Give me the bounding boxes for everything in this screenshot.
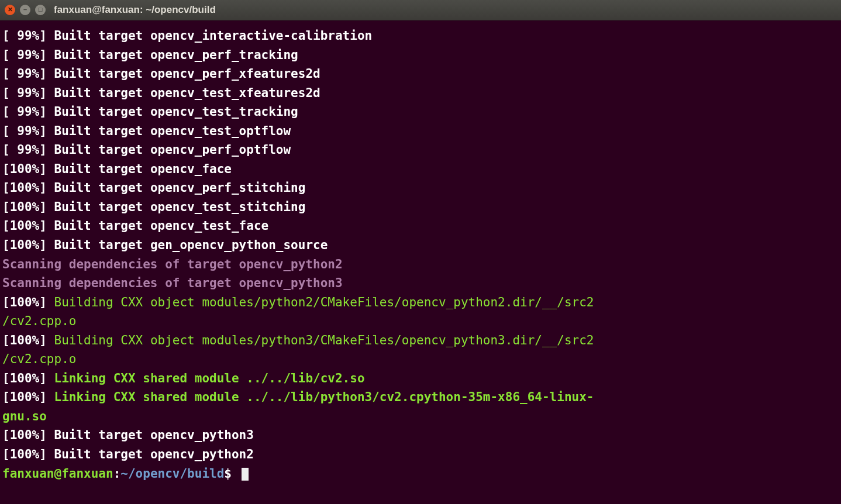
terminal-line: [100%] Built target opencv_python3 bbox=[2, 426, 839, 445]
terminal-line: [ 99%] Built target opencv_perf_xfeature… bbox=[2, 64, 839, 84]
terminal-line: [100%] Linking CXX shared module ../../l… bbox=[2, 369, 839, 388]
cursor-icon bbox=[242, 468, 249, 481]
terminal-line: [ 99%] Built target opencv_test_optflow bbox=[2, 122, 839, 141]
terminal-line: [ 99%] Built target opencv_perf_tracking bbox=[2, 46, 839, 65]
terminal-line: [100%] Building CXX object modules/pytho… bbox=[2, 293, 839, 312]
terminal-line: [100%] Built target opencv_python2 bbox=[2, 445, 839, 464]
terminal-line: Scanning dependencies of target opencv_p… bbox=[2, 255, 839, 274]
terminal-line: [ 99%] Built target opencv_interactive-c… bbox=[2, 26, 839, 46]
terminal-line: /cv2.cpp.o bbox=[2, 312, 839, 331]
window-controls: ✕ – □ bbox=[5, 5, 46, 15]
prompt-line[interactable]: fanxuan@fanxuan:~/opencv/build$ bbox=[2, 464, 839, 484]
window-title: fanxuan@fanxuan: ~/opencv/build bbox=[54, 2, 216, 18]
prompt-userhost: fanxuan@fanxuan bbox=[2, 467, 113, 481]
terminal-line: [100%] Built target opencv_face bbox=[2, 160, 839, 179]
terminal-line: [100%] Built target opencv_test_stitchin… bbox=[2, 198, 839, 217]
terminal-line: /cv2.cpp.o bbox=[2, 350, 839, 369]
maximize-icon[interactable]: □ bbox=[35, 5, 46, 15]
terminal-line: gnu.so bbox=[2, 407, 839, 426]
terminal-line: [100%] Built target opencv_test_face bbox=[2, 216, 839, 236]
terminal-line: [100%] Building CXX object modules/pytho… bbox=[2, 331, 839, 350]
terminal-output[interactable]: [ 99%] Built target opencv_interactive-c… bbox=[0, 20, 841, 485]
minimize-icon[interactable]: – bbox=[20, 5, 30, 15]
terminal-line: [ 99%] Built target opencv_perf_optflow bbox=[2, 140, 839, 160]
terminal-line: [ 99%] Built target opencv_test_tracking bbox=[2, 102, 839, 122]
terminal-line: [ 99%] Built target opencv_test_xfeature… bbox=[2, 84, 839, 103]
terminal-line: Scanning dependencies of target opencv_p… bbox=[2, 274, 839, 293]
window-titlebar: ✕ – □ fanxuan@fanxuan: ~/opencv/build bbox=[0, 0, 841, 20]
terminal-line: [100%] Built target gen_opencv_python_so… bbox=[2, 236, 839, 255]
close-icon[interactable]: ✕ bbox=[5, 5, 15, 15]
terminal-line: [100%] Built target opencv_perf_stitchin… bbox=[2, 178, 839, 198]
prompt-path: ~/opencv/build bbox=[120, 467, 224, 481]
terminal-line: [100%] Linking CXX shared module ../../l… bbox=[2, 388, 839, 407]
